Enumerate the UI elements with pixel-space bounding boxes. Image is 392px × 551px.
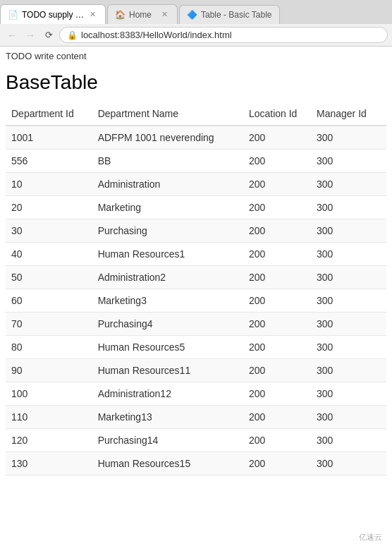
cell-dept-name: Human Resources11 xyxy=(98,359,249,382)
cell-mgr-id: 300 xyxy=(317,150,386,173)
table-row: 10Administration200300 xyxy=(6,173,386,196)
table-row: 130Human Resources15200300 xyxy=(6,452,386,476)
tab-todo-supply[interactable]: 📄 TODO supply a title ✕ xyxy=(0,4,106,24)
cell-dept-id: 110 xyxy=(6,406,98,429)
address-box[interactable]: 🔒 localhost:8383/HelloWorld/index.html xyxy=(59,27,388,43)
cell-dept-id: 20 xyxy=(6,196,98,219)
table-row: 1001ADFPM 1001 neverending200300 xyxy=(6,126,386,150)
table-row: 20Marketing200300 xyxy=(6,196,386,219)
cell-dept-id: 130 xyxy=(6,452,98,476)
table-row: 120Purchasing14200300 xyxy=(6,429,386,452)
cell-dept-name: Purchasing14 xyxy=(98,429,249,452)
cell-dept-id: 100 xyxy=(6,382,98,406)
tab-bar: 📄 TODO supply a title ✕ 🏠 Home ✕ 🔷 Table… xyxy=(0,0,392,24)
forward-button[interactable]: → xyxy=(23,28,38,43)
tab-home-icon: 🏠 xyxy=(115,10,125,20)
tab3-label: Table - Basic Table xyxy=(201,10,272,20)
table-header: Department Id Department Name Location I… xyxy=(6,102,386,126)
page-content: TODO write content BaseTable Department … xyxy=(0,47,392,476)
cell-loc-id: 200 xyxy=(249,406,317,429)
cell-mgr-id: 300 xyxy=(317,173,386,196)
cell-dept-name: ADFPM 1001 neverending xyxy=(98,126,249,150)
cell-mgr-id: 300 xyxy=(317,126,386,150)
table-row: 90Human Resources11200300 xyxy=(6,359,386,382)
col-header-mgr-id: Manager Id xyxy=(317,102,386,126)
cell-dept-id: 120 xyxy=(6,429,98,452)
cell-dept-name[interactable]: BB xyxy=(98,150,249,173)
cell-dept-name: Administration2 xyxy=(98,266,249,289)
cell-dept-id: 30 xyxy=(6,219,98,243)
tab-basic-table[interactable]: 🔷 Table - Basic Table xyxy=(179,5,280,24)
cell-dept-name: Human Resources1 xyxy=(98,243,249,266)
cell-mgr-id: 300 xyxy=(317,266,386,289)
table-row: 556BB200300 xyxy=(6,150,386,173)
back-button[interactable]: ← xyxy=(4,28,20,43)
col-header-dept-name: Department Name xyxy=(98,102,249,126)
cell-mgr-id: 300 xyxy=(317,313,386,336)
cell-loc-id: 200 xyxy=(249,173,317,196)
cell-mgr-id: 300 xyxy=(317,452,386,476)
cell-loc-id: 200 xyxy=(249,429,317,452)
cell-mgr-id: 300 xyxy=(317,406,386,429)
page-note: TODO write content xyxy=(6,47,386,64)
cell-dept-name: Purchasing xyxy=(98,219,249,243)
cell-loc-id: 200 xyxy=(249,359,317,382)
cell-loc-id: 200 xyxy=(249,313,317,336)
cell-mgr-id: 300 xyxy=(317,289,386,313)
cell-mgr-id: 300 xyxy=(317,382,386,406)
cell-dept-name: Purchasing4 xyxy=(98,313,249,336)
table-row: 50Administration2200300 xyxy=(6,266,386,289)
col-header-loc-id: Location Id xyxy=(249,102,317,126)
cell-mgr-id: 300 xyxy=(317,219,386,243)
tab2-close-button[interactable]: ✕ xyxy=(159,9,170,20)
cell-dept-id: 80 xyxy=(6,336,98,359)
cell-dept-name: Human Resources15 xyxy=(98,452,249,476)
cell-loc-id: 200 xyxy=(249,382,317,406)
refresh-button[interactable]: ⟳ xyxy=(41,28,56,43)
cell-dept-name[interactable]: Human Resources5 xyxy=(98,336,249,359)
tab-home[interactable]: 🏠 Home ✕ xyxy=(107,4,178,24)
cell-dept-id: 1001 xyxy=(6,126,98,150)
table-row: 60Marketing3200300 xyxy=(6,289,386,313)
address-bar-row: ← → ⟳ 🔒 localhost:8383/HelloWorld/index.… xyxy=(0,24,392,46)
cell-loc-id: 200 xyxy=(249,266,317,289)
lock-icon: 🔒 xyxy=(67,30,78,40)
data-table: Department Id Department Name Location I… xyxy=(6,102,386,476)
cell-dept-name[interactable]: Marketing3 xyxy=(98,289,249,313)
cell-dept-id: 70 xyxy=(6,313,98,336)
cell-dept-id: 60 xyxy=(6,289,98,313)
table-row: 100Administration12200300 xyxy=(6,382,386,406)
cell-loc-id: 200 xyxy=(249,336,317,359)
table-row: 70Purchasing4200300 xyxy=(6,313,386,336)
cell-loc-id: 200 xyxy=(249,126,317,150)
cell-dept-name: Administration12 xyxy=(98,382,249,406)
cell-dept-id: 40 xyxy=(6,243,98,266)
tab-table-icon: 🔷 xyxy=(187,10,197,20)
tab2-label: Home xyxy=(129,10,156,20)
cell-mgr-id: 300 xyxy=(317,429,386,452)
cell-dept-name[interactable]: Marketing13 xyxy=(98,406,249,429)
cell-dept-name: Administration xyxy=(98,173,249,196)
cell-mgr-id: 300 xyxy=(317,196,386,219)
cell-dept-id: 50 xyxy=(6,266,98,289)
cell-loc-id: 200 xyxy=(249,289,317,313)
browser-chrome: 📄 TODO supply a title ✕ 🏠 Home ✕ 🔷 Table… xyxy=(0,0,392,47)
tab1-label: TODO supply a title xyxy=(22,10,84,20)
table-row: 110Marketing13200300 xyxy=(6,406,386,429)
cell-mgr-id: 300 xyxy=(317,336,386,359)
page-title: BaseTable xyxy=(6,64,386,102)
table-row: 40Human Resources1200300 xyxy=(6,243,386,266)
cell-loc-id: 200 xyxy=(249,219,317,243)
cell-dept-id: 90 xyxy=(6,359,98,382)
table-body: 1001ADFPM 1001 neverending200300556BB200… xyxy=(6,126,386,476)
cell-mgr-id: 300 xyxy=(317,243,386,266)
table-header-row: Department Id Department Name Location I… xyxy=(6,102,386,126)
cell-dept-id: 10 xyxy=(6,173,98,196)
cell-loc-id: 200 xyxy=(249,452,317,476)
cell-dept-name: Marketing xyxy=(98,196,249,219)
cell-loc-id: 200 xyxy=(249,150,317,173)
tab1-close-button[interactable]: ✕ xyxy=(87,9,98,20)
cell-loc-id: 200 xyxy=(249,196,317,219)
table-row: 30Purchasing200300 xyxy=(6,219,386,243)
col-header-dept-id: Department Id xyxy=(6,102,98,126)
